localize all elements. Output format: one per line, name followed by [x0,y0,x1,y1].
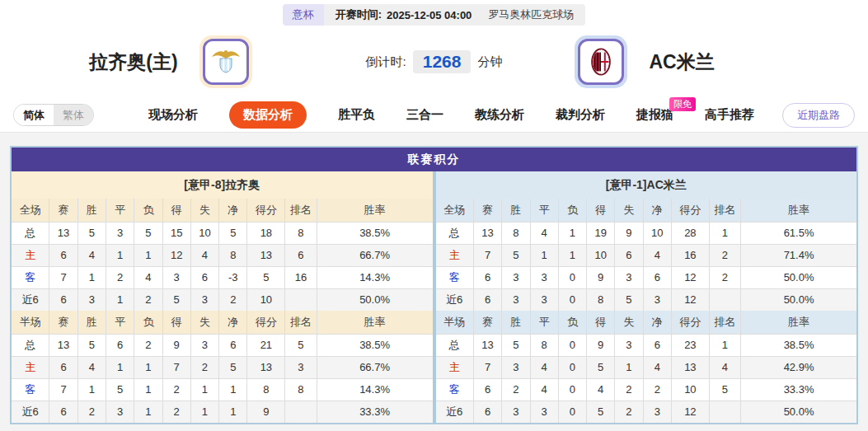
table-row: 近66231211933.3% [12,401,433,423]
stat-cell: 8 [587,288,615,311]
kickoff-time: 2025-12-05 04:00 [387,9,472,21]
nav-tab-label: 现场分析 [148,107,198,121]
table-row: 主734051413442.9% [436,356,857,378]
column-header-row: 全场赛胜平负得失净得分排名胜率 [12,199,433,222]
table-row: 主6411124813666.7% [12,244,433,266]
stat-cell: 8 [219,244,247,266]
home-full-match-table: 全场赛胜平负得失净得分排名胜率总135351510518838.5%主64111… [12,199,433,311]
home-team-block: 拉齐奥(主) [0,35,366,88]
stat-cell: 6 [106,334,134,356]
stat-cell: 3 [502,266,530,288]
stat-cell: 2 [190,356,218,378]
nav-tab-label: 数据分析 [243,107,293,121]
away-team-block: AC米兰 [502,35,868,88]
row-label: 近6 [12,401,49,423]
column-header: 全场 [436,199,474,222]
column-header: 胜率 [741,199,856,222]
stat-cell: 8 [285,378,317,401]
nav-tab-4[interactable]: 教练分析 [475,107,524,123]
column-header: 排名 [709,311,740,334]
stat-cell: 1 [709,222,740,244]
stat-cell: 7 [473,244,501,266]
nav-tab-0[interactable]: 现场分析 [148,107,198,123]
stat-cell: 10 [247,288,285,311]
stat-cell: 0 [558,378,586,401]
stat-cell: 1 [190,378,218,401]
stat-cell: 1 [106,244,134,266]
stat-cell: 6 [615,244,643,266]
stat-cell: 6 [473,378,501,401]
league-badge: 意杯 [283,4,324,26]
stat-cell [709,401,740,423]
lang-simplified[interactable]: 简体 [14,105,54,125]
stat-cell: 5 [106,378,134,401]
column-header: 得 [587,311,615,334]
row-label: 总 [436,334,474,356]
nav-tab-2[interactable]: 胜平负 [338,107,375,123]
stat-cell: 6 [219,334,247,356]
nav-tab-label: 捷报猫 [636,107,673,121]
stat-cell: 1 [615,356,643,378]
stat-cell: 1 [558,222,586,244]
column-header: 得 [162,311,190,334]
nav-tab-6[interactable]: 捷报猫限免 [636,107,673,123]
table-row: 近663308531250.0% [436,288,857,311]
stat-cell: 71.4% [741,244,856,266]
lang-traditional[interactable]: 繁体 [54,105,93,125]
stat-cell: 66.7% [317,356,432,378]
column-header: 赛 [473,199,501,222]
column-header: 排名 [285,311,317,334]
column-header-row: 全场赛胜平负得失净得分排名胜率 [436,199,857,222]
stat-cell: 7 [473,356,501,378]
stat-cell: 0 [558,401,586,423]
column-header: 胜 [502,311,530,334]
stat-cell: 3 [530,288,558,311]
stat-cell: 5 [162,288,190,311]
stat-cell: 2 [77,401,106,423]
away-half-match-table: 半场赛胜平负得失净得分排名胜率总1358093623138.5%主7340514… [436,311,857,423]
lazio-eagle-crest-icon [203,39,249,85]
stat-cell: 13 [247,356,285,378]
stat-cell: 1 [77,266,106,288]
column-header: 半场 [12,311,49,334]
column-header: 平 [106,199,134,222]
column-header-row: 半场赛胜平负得失净得分排名胜率 [436,311,857,334]
row-label: 总 [12,222,49,244]
nav-tab-1[interactable]: 数据分析 [229,101,307,129]
stat-cell: 1 [106,356,134,378]
stat-cell: 3 [615,334,643,356]
stat-cell: 5 [77,222,106,244]
stat-cell: 50.0% [317,288,432,311]
column-header: 平 [530,311,558,334]
table-row: 近663305231250.0% [436,401,857,423]
table-row: 主641172513366.7% [12,356,433,378]
stat-cell: 6 [49,244,77,266]
stat-cell: 0 [558,266,586,288]
stat-cell: 33.3% [741,378,856,401]
recent-trends-button[interactable]: 近期盘路 [782,103,855,128]
row-label: 客 [436,266,474,288]
stat-cell: 5 [615,288,643,311]
stat-cell: 4 [709,356,740,378]
column-header: 得分 [247,311,285,334]
stat-cell: 50.0% [741,288,856,311]
nav-tab-5[interactable]: 裁判分析 [556,107,605,123]
stat-cell: 4 [530,356,558,378]
nav-tab-7[interactable]: 高手推荐 [705,107,754,123]
stat-cell: 4 [134,266,162,288]
stat-cell: 1 [530,244,558,266]
match-info-pill: 意杯 开赛时间: 2025-12-05 04:00 罗马奥林匹克球场 [283,4,586,26]
stat-cell: 3 [643,288,671,311]
stat-cell: 5 [77,334,106,356]
stat-cell: 2 [134,288,162,311]
stat-cell: 1 [219,401,247,423]
column-header: 得分 [247,199,285,222]
stat-cell: 7 [49,378,77,401]
language-toggle[interactable]: 简体 繁体 [13,104,94,126]
nav-tab-3[interactable]: 三合一 [406,107,443,123]
column-header: 胜 [502,199,530,222]
stat-cell: 5 [709,378,740,401]
stat-cell: 19 [587,222,615,244]
stat-cell: 38.5% [317,334,432,356]
away-team-logo [575,35,627,88]
